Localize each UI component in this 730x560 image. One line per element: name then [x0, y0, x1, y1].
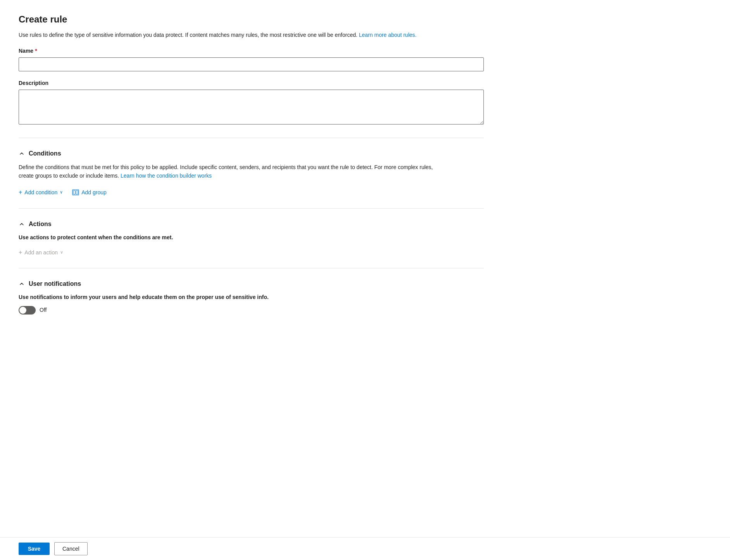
conditions-section-header: Conditions: [19, 149, 711, 158]
add-condition-button[interactable]: + Add condition ∨: [19, 188, 63, 197]
conditions-button-row: + Add condition ∨ Add group: [19, 187, 711, 197]
add-action-plus-icon: +: [19, 249, 22, 256]
add-group-button[interactable]: Add group: [72, 187, 107, 197]
notifications-divider: [19, 268, 484, 268]
actions-description: Use actions to protect content when the …: [19, 233, 711, 242]
notifications-title: User notifications: [29, 279, 81, 289]
description-input[interactable]: [19, 90, 484, 124]
actions-divider: [19, 208, 484, 209]
actions-chevron-icon[interactable]: [19, 221, 25, 227]
description-label: Description: [19, 79, 711, 87]
toggle-thumb: [19, 307, 26, 314]
conditions-divider: [19, 138, 484, 138]
learn-rules-link[interactable]: Learn more about rules.: [359, 32, 417, 38]
svg-rect-2: [76, 190, 78, 194]
description-field-section: Description: [19, 79, 711, 127]
name-input[interactable]: [19, 57, 484, 71]
notifications-toggle[interactable]: [19, 306, 36, 315]
footer-bar: Save Cancel: [0, 537, 730, 560]
add-action-chevron-icon: ∨: [60, 250, 63, 255]
toggle-track: [19, 306, 36, 315]
toggle-state-label: Off: [40, 306, 47, 314]
user-notifications-section: User notifications Use notifications to …: [19, 279, 711, 315]
required-indicator: *: [35, 47, 37, 55]
notifications-section-header: User notifications: [19, 279, 711, 289]
actions-button-row: + Add an action ∨: [19, 248, 711, 257]
notifications-chevron-icon[interactable]: [19, 281, 25, 287]
intro-description: Use rules to define the type of sensitiv…: [19, 31, 445, 39]
add-condition-plus-icon: +: [19, 189, 22, 195]
actions-section-header: Actions: [19, 220, 711, 229]
save-button[interactable]: Save: [19, 543, 50, 555]
add-condition-chevron-icon: ∨: [60, 190, 63, 195]
cancel-button[interactable]: Cancel: [54, 542, 88, 555]
conditions-title: Conditions: [29, 149, 61, 158]
notifications-description: Use notifications to inform your users a…: [19, 293, 368, 301]
condition-builder-link[interactable]: Learn how the condition builder works: [121, 173, 212, 179]
name-field-section: Name *: [19, 47, 711, 71]
notifications-toggle-row: Off: [19, 306, 711, 315]
svg-rect-1: [73, 190, 75, 194]
name-label: Name *: [19, 47, 711, 55]
actions-section: Actions Use actions to protect content w…: [19, 220, 711, 257]
page-title: Create rule: [19, 12, 711, 26]
add-action-button[interactable]: + Add an action ∨: [19, 248, 63, 257]
add-group-icon: [72, 189, 79, 196]
conditions-chevron-icon[interactable]: [19, 150, 25, 157]
actions-title: Actions: [29, 220, 52, 229]
conditions-section: Conditions Define the conditions that mu…: [19, 149, 711, 197]
conditions-description: Define the conditions that must be met f…: [19, 163, 445, 180]
